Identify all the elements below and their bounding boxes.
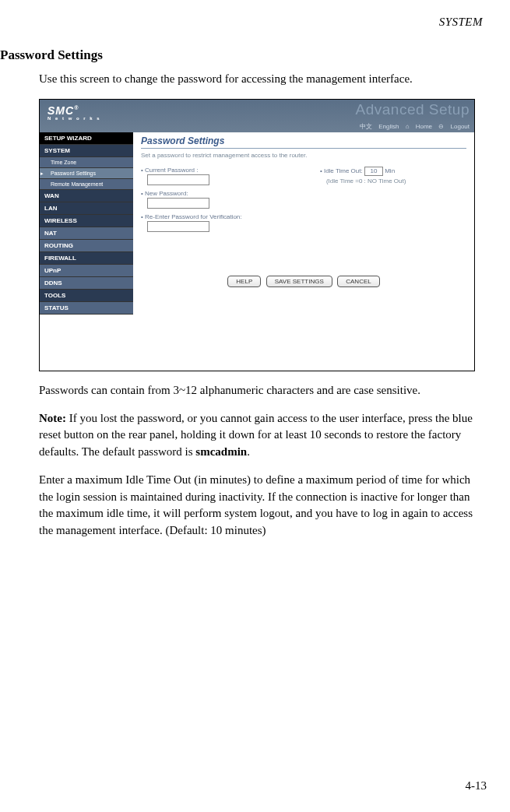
note-label: Note: xyxy=(39,412,66,424)
new-password-input[interactable] xyxy=(147,198,209,209)
top-links: 中文 English ⌂ Home ⊖ Logout xyxy=(355,122,470,131)
intro-paragraph: Use this screen to change the password f… xyxy=(39,71,487,88)
button-row: HELP SAVE SETTINGS CANCEL xyxy=(141,276,466,287)
nav-item-upnp[interactable]: UPnP xyxy=(40,265,133,277)
nav-item-time-zone[interactable]: Time Zone xyxy=(40,157,133,168)
logo-text: SMC xyxy=(47,104,74,117)
topbar: SMC® N e t w o r k s Advanced Setup 中文 E… xyxy=(40,100,474,132)
password-rules-paragraph: Passwords can contain from 3~12 alphanum… xyxy=(39,382,487,399)
reenter-password-input[interactable] xyxy=(147,221,209,232)
lang-cn[interactable]: 中文 xyxy=(360,123,372,130)
nav-item-firewall[interactable]: FIREWALL xyxy=(40,252,133,265)
running-head: SYSTEM xyxy=(0,16,487,29)
main-panel: Password Settings Set a password to rest… xyxy=(133,132,474,371)
current-password-input[interactable] xyxy=(147,174,209,185)
note-text: If you lost the password, or you cannot … xyxy=(39,412,473,459)
brand-logo: SMC® N e t w o r k s xyxy=(47,104,101,121)
new-password-label: New Password: xyxy=(141,190,320,197)
idle-timeout-input[interactable]: 10 xyxy=(364,167,383,176)
nav-item-wireless[interactable]: WIRELESS xyxy=(40,215,133,227)
nav-item-setup-wizard[interactable]: SETUP WIZARD xyxy=(40,132,133,145)
idle-hint: (Idle Time =0 : NO Time Out) xyxy=(326,178,466,185)
nav-item-remote-management[interactable]: Remote Management xyxy=(40,179,133,190)
lang-en[interactable]: English xyxy=(378,123,399,130)
note-block: Note: If you lost the password, or you c… xyxy=(39,410,487,461)
panel-desc: Set a password to restrict management ac… xyxy=(141,152,466,159)
nav-list: SETUP WIZARDSYSTEMTime ZonePassword Sett… xyxy=(40,132,133,315)
home-link[interactable]: ⌂ Home xyxy=(406,123,432,130)
idle-unit: Min xyxy=(385,167,395,174)
nav-item-status[interactable]: STATUS xyxy=(40,302,133,315)
nav-item-lan[interactable]: LAN xyxy=(40,202,133,215)
nav-item-ddns[interactable]: DDNS xyxy=(40,277,133,290)
current-password-label: Current Password : xyxy=(141,167,320,174)
reenter-password-label: Re-Enter Password for Verification: xyxy=(141,213,320,220)
nav-item-tools[interactable]: TOOLS xyxy=(40,290,133,302)
save-settings-button[interactable]: SAVE SETTINGS xyxy=(266,276,332,287)
idle-timeout-paragraph: Enter a maximum Idle Time Out (in minute… xyxy=(39,472,487,540)
router-ui-screenshot: SMC® N e t w o r k s Advanced Setup 中文 E… xyxy=(39,99,475,371)
nav-item-routing[interactable]: ROUTING xyxy=(40,240,133,252)
nav-item-system[interactable]: SYSTEM xyxy=(40,145,133,157)
page-title: Password Settings xyxy=(0,47,487,63)
logout-link[interactable]: ⊖ Logout xyxy=(438,123,470,130)
nav-item-nat[interactable]: NAT xyxy=(40,227,133,240)
cancel-button[interactable]: CANCEL xyxy=(337,276,379,287)
panel-title: Password Settings xyxy=(141,135,466,149)
idle-timeout-label: • Idle Time Out: xyxy=(320,167,363,174)
page-number: 4-13 xyxy=(466,779,487,793)
sidebar: SETUP WIZARDSYSTEMTime ZonePassword Sett… xyxy=(40,132,133,371)
nav-item-password-settings[interactable]: Password Settings xyxy=(40,168,133,179)
logo-subtext: N e t w o r k s xyxy=(47,116,101,121)
nav-item-wan[interactable]: WAN xyxy=(40,190,133,202)
help-button[interactable]: HELP xyxy=(227,276,261,287)
advanced-setup-label: Advanced Setup xyxy=(356,101,470,118)
